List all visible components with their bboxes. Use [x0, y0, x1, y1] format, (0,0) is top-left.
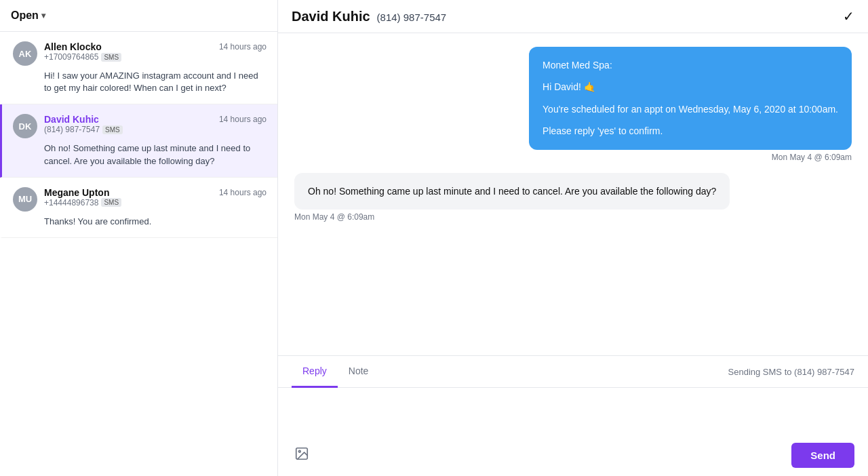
right-header: David Kuhic (814) 987-7547 ✓ [278, 0, 868, 33]
avatar: MU [13, 187, 37, 212]
message-text: Oh no! Something came up last minute and… [308, 186, 716, 197]
avatar: AK [13, 41, 37, 66]
open-label: Open [11, 9, 39, 22]
inbound-message: Oh no! Something came up last minute and… [294, 173, 730, 222]
message-timestamp: Mon May 4 @ 6:09am [294, 212, 730, 222]
header-title: David Kuhic (814) 987-7547 [292, 9, 446, 24]
message-bubble-inbound: Oh no! Something came up last minute and… [294, 173, 730, 210]
conversation-item[interactable]: MU Megane Upton 14 hours ago +1444489673… [0, 178, 277, 238]
contact-name: Allen Klocko [44, 41, 102, 52]
check-icon[interactable]: ✓ [843, 8, 854, 24]
contact-phone: +17009764865 SMS [44, 52, 267, 62]
sending-info: Sending SMS to (814) 987-7547 [728, 367, 854, 377]
conv-preview: Thanks! You are confirmed. [13, 216, 267, 228]
conversation-item[interactable]: AK Allen Klocko 14 hours ago +1700976486… [0, 32, 277, 104]
right-panel: David Kuhic (814) 987-7547 ✓ Monet Med S… [278, 0, 868, 476]
reply-input-area [278, 388, 868, 437]
conv-preview: Oh no! Something came up last minute and… [13, 142, 267, 167]
conversation-list: AK Allen Klocko 14 hours ago +1700976486… [0, 32, 277, 476]
avatar: DK [13, 114, 37, 138]
sms-badge: SMS [102, 125, 123, 134]
conv-meta: Megane Upton 14 hours ago +14444896738 S… [44, 187, 267, 207]
conversation-item[interactable]: DK David Kuhic 14 hours ago (814) 987-75… [0, 104, 277, 177]
contact-phone: (814) 987-7547 SMS [44, 125, 267, 134]
reply-footer: Send [278, 437, 868, 476]
contact-phone-header: (814) 987-7547 [377, 12, 447, 23]
send-button[interactable]: Send [791, 443, 854, 468]
tab-reply[interactable]: Reply [292, 356, 338, 388]
conv-preview: Hi! I saw your AMAZING instagram account… [13, 70, 267, 94]
reply-tabs: Reply Note Sending SMS to (814) 987-7547 [278, 356, 868, 388]
sms-badge: SMS [101, 198, 121, 207]
reply-textarea[interactable] [292, 396, 854, 430]
chevron-down-icon: ▾ [41, 11, 45, 20]
messages-area: Monet Med Spa: Hi David! 🤙 You're schedu… [278, 33, 868, 355]
contact-phone: +14444896738 SMS [44, 198, 267, 207]
image-icon [294, 446, 309, 461]
left-panel: Open ▾ AK Allen Klocko 14 hours ago +170… [0, 0, 278, 476]
message-line: Hi David! 🤙 [542, 79, 838, 94]
conv-time: 14 hours ago [219, 42, 267, 52]
svg-point-1 [298, 450, 300, 452]
sms-badge: SMS [101, 53, 121, 62]
tab-note[interactable]: Note [338, 356, 380, 388]
reply-area: Reply Note Sending SMS to (814) 987-7547… [278, 355, 868, 476]
contact-name: David Kuhic [44, 114, 99, 125]
tabs-left: Reply Note [292, 356, 379, 387]
outbound-message: Monet Med Spa: Hi David! 🤙 You're schedu… [529, 47, 852, 162]
message-line: Please reply 'yes' to confirm. [542, 123, 838, 138]
left-header: Open ▾ [0, 0, 277, 32]
conv-meta: Allen Klocko 14 hours ago +17009764865 S… [44, 41, 267, 62]
attach-image-button[interactable] [292, 443, 312, 467]
conv-time: 14 hours ago [219, 188, 267, 197]
message-timestamp: Mon May 4 @ 6:09am [529, 153, 852, 162]
contact-name: Megane Upton [44, 187, 109, 198]
message-bubble-outbound: Monet Med Spa: Hi David! 🤙 You're schedu… [529, 47, 852, 150]
conv-meta: David Kuhic 14 hours ago (814) 987-7547 … [44, 114, 267, 134]
conv-time: 14 hours ago [219, 115, 267, 124]
contact-name-header: David Kuhic [292, 9, 370, 24]
message-line: Monet Med Spa: [542, 58, 838, 73]
open-dropdown-button[interactable]: Open ▾ [11, 9, 45, 22]
message-line: You're scheduled for an appt on Wednesda… [542, 102, 838, 117]
